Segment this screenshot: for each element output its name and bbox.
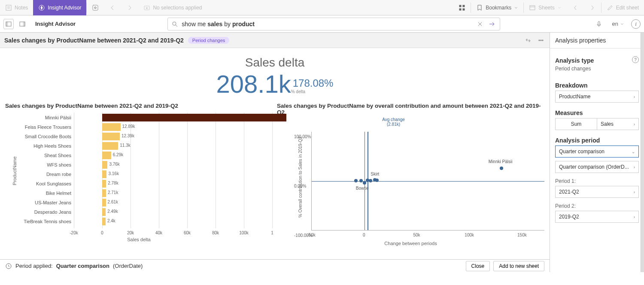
step-forward-button[interactable] [121, 0, 138, 15]
scatter-x-tick: 100k [465, 233, 474, 237]
measure-field[interactable]: Sum Sales› [555, 118, 639, 130]
period1-field[interactable]: 2021-Q2› [555, 186, 639, 198]
bar-value-label: 3.16k [108, 171, 118, 176]
close-icon [477, 21, 483, 27]
svg-rect-0 [6, 5, 11, 10]
bar-value-label: 12.89k [122, 124, 135, 129]
bar-value-label: 3.76k [109, 162, 119, 167]
language-button[interactable]: en [609, 21, 628, 27]
collapse-button[interactable] [524, 36, 532, 45]
breakdown-field[interactable]: ProductName› [555, 91, 639, 103]
kpi: Sales delta 208.1k 178.08% % delta [0, 48, 550, 103]
step-back-button[interactable] [104, 0, 121, 15]
no-selections-label: No selections applied [153, 5, 202, 11]
back-icon [109, 4, 116, 11]
scatter-x-tick: 0 [363, 233, 365, 237]
period-select[interactable]: Quarter comparison⌄ [555, 146, 639, 158]
bar-row: Dream robe3.16k [5, 169, 273, 179]
notes-tab[interactable]: Notes [0, 0, 33, 15]
bar-category-label: Kool Sunglasses [5, 181, 74, 186]
bar-category-label: Minnki Pälsii [5, 115, 74, 120]
scatter-avg-label: Avg change (2.81k) [377, 117, 411, 127]
smart-search-button[interactable] [87, 0, 104, 15]
bar-category-label: Bike Helmet [5, 191, 74, 196]
svg-rect-9 [459, 5, 461, 7]
chevron-right-icon: › [634, 94, 635, 99]
analysis-header: Sales changes by ProductName between 202… [0, 33, 550, 48]
scatter-point-label: Skirt [371, 172, 379, 176]
bar [102, 152, 111, 159]
period2-label: Period 2: [555, 201, 639, 211]
sheets-button[interactable]: Sheets [524, 0, 566, 15]
period-applied-field: (OrderDate) [113, 263, 143, 269]
scrollbar[interactable] [641, 33, 644, 272]
bar-row: Bike Helmet2.71k [5, 188, 273, 198]
info-icon: i [635, 21, 637, 27]
info-button[interactable]: i [631, 19, 641, 29]
bookmarks-button[interactable]: Bookmarks [471, 0, 523, 15]
x-tick: -20k [70, 230, 78, 235]
x-tick: 1 [271, 230, 273, 235]
chevron-down-icon [514, 6, 518, 10]
next-sheet-button[interactable] [584, 0, 601, 15]
chevron-right-icon: › [634, 122, 635, 127]
scatter-y-axis-label: % Overall contribution to Sales in 2019-… [298, 136, 303, 218]
bar-category-label: Sheat Shoes [5, 153, 74, 158]
language-label: en [612, 21, 618, 27]
period2-field[interactable]: 2019-Q2› [555, 211, 639, 223]
panel-left-button[interactable] [3, 19, 14, 29]
prev-sheet-button[interactable] [567, 0, 584, 15]
more-button[interactable] [537, 36, 545, 45]
period-applied-value: Quarter comparison [56, 263, 109, 269]
clear-search-button[interactable] [476, 20, 484, 28]
analysis-properties-panel: Analysis properties Analysis type ? Peri… [550, 33, 644, 272]
sheets-icon [529, 4, 536, 11]
help-icon[interactable]: ? [632, 56, 639, 63]
bar-row: Small Crocodile Boots12.39k [5, 131, 273, 142]
bar [102, 114, 286, 121]
svg-rect-24 [598, 21, 600, 25]
bar [102, 123, 121, 131]
bar [102, 218, 106, 225]
chevron-down-icon [557, 6, 562, 10]
x-tick: 0 [101, 230, 103, 235]
chevron-right-icon [589, 4, 596, 11]
add-to-sheet-button[interactable]: Add to new sheet [493, 261, 544, 271]
scatter-x-tick: -50k [307, 233, 315, 237]
scatter-x-tick: 50k [413, 233, 420, 237]
scatter-point [369, 179, 372, 182]
scatter-point-label: Minnki Pälsii [489, 159, 513, 164]
bar-row: WFS shoes3.76k [5, 160, 273, 170]
scatter-chart: Sales changes by ProductName by overall … [277, 103, 544, 259]
scatter-y-tick: 0.00% [294, 184, 306, 188]
insight-advisor-tab[interactable]: Insight Advisor [33, 0, 86, 15]
analysis-type-heading: Analysis type [555, 54, 594, 66]
breakdown-heading: Breakdown [555, 79, 639, 91]
period-detail-field[interactable]: Quarter comparison (OrderD...› [555, 161, 639, 173]
panel-right-button[interactable] [17, 19, 27, 29]
bookmarks-label: Bookmarks [486, 5, 511, 11]
bar-category-label: TieBreak Tennis shoes [5, 219, 74, 224]
submit-search-button[interactable] [488, 20, 496, 28]
sheets-label: Sheets [538, 5, 554, 11]
bar-row: High Heels Shoes11.3k [5, 141, 273, 151]
bar-value-label: 2.4k [107, 218, 115, 223]
clear-selections-button[interactable]: No selections applied [138, 0, 207, 15]
scatter-plot-area: Minnki PälsiiSkirtBowtie [311, 132, 544, 230]
mic-button[interactable] [592, 20, 605, 28]
grid-button[interactable] [453, 0, 471, 15]
grid-icon [459, 4, 465, 11]
chevron-right-icon: › [634, 190, 635, 194]
bar-row: Minnki Pälsii [5, 112, 273, 123]
svg-point-28 [542, 39, 543, 40]
bar [102, 189, 106, 197]
svg-rect-18 [23, 22, 25, 26]
edit-sheet-button[interactable]: Edit sheet [601, 0, 644, 15]
search-icon [171, 21, 178, 27]
close-button[interactable]: Close [466, 261, 490, 271]
search-input[interactable]: show me sales by product [182, 21, 472, 27]
measures-heading: Measures [555, 106, 639, 118]
x-tick: 20k [127, 230, 134, 235]
scatter-x-tick: 150k [517, 233, 527, 237]
bar-x-axis-label: Sales delta [5, 237, 273, 242]
